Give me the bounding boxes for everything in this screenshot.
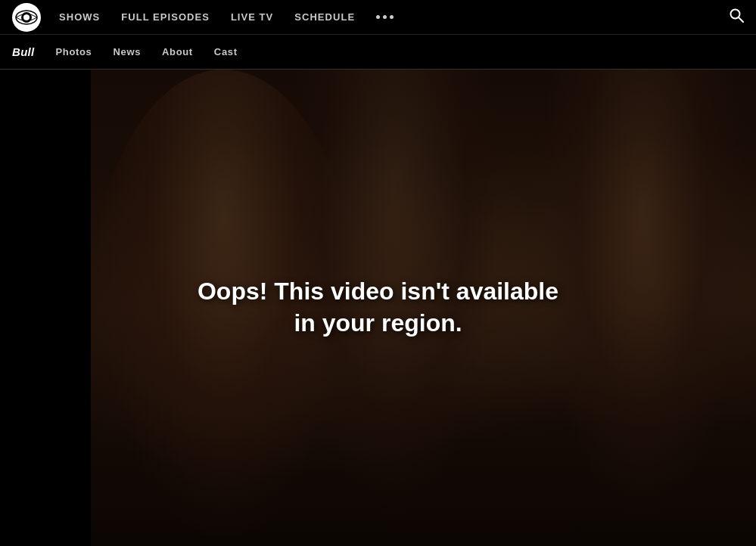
figure-center — [280, 70, 507, 546]
cbs-eye-icon — [15, 10, 38, 25]
cbs-logo-circle — [12, 3, 41, 32]
video-player[interactable]: Oops! This video isn't available in your… — [0, 70, 756, 546]
nav-schedule[interactable]: SCHEDULE — [294, 11, 355, 23]
search-button[interactable] — [729, 8, 744, 26]
svg-point-2 — [23, 14, 30, 20]
main-nav-links: SHOWS FULL EPISODES LIVE TV SCHEDULE — [59, 11, 717, 23]
nav-live-tv[interactable]: LIVE TV — [231, 11, 273, 23]
figure-right — [529, 70, 756, 546]
dot-icon — [390, 15, 394, 19]
nav-shows[interactable]: SHOWS — [59, 11, 100, 23]
show-nav-links: Photos News About Cast — [56, 46, 238, 57]
show-title: Bull — [12, 45, 35, 58]
more-button[interactable] — [376, 15, 394, 19]
dot-icon — [376, 15, 380, 19]
dot-icon — [383, 15, 387, 19]
subnav-cast[interactable]: Cast — [214, 46, 238, 57]
left-sidebar-black — [0, 70, 91, 546]
top-navigation: SHOWS FULL EPISODES LIVE TV SCHEDULE — [0, 0, 756, 35]
nav-full-episodes[interactable]: FULL EPISODES — [121, 11, 210, 23]
subnav-news[interactable]: News — [113, 46, 141, 57]
video-background — [91, 70, 756, 546]
subnav-photos[interactable]: Photos — [56, 46, 92, 57]
subnav-about[interactable]: About — [162, 46, 193, 57]
cbs-logo[interactable] — [12, 3, 41, 32]
search-icon — [729, 8, 744, 23]
svg-line-4 — [739, 17, 743, 22]
show-sub-navigation: Bull Photos News About Cast — [0, 35, 756, 70]
